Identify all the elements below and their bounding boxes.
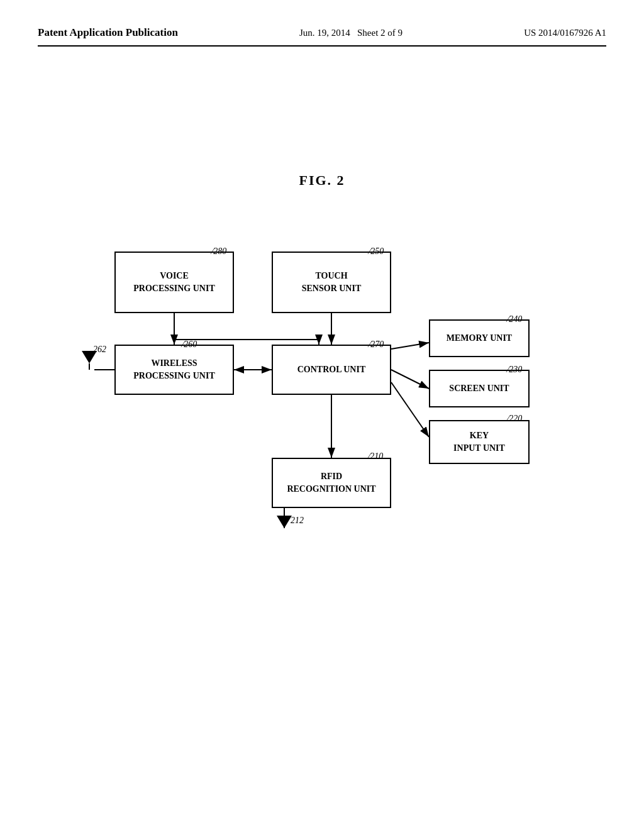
voice-processing-unit-box: VOICEPROCESSING UNIT [114,252,234,313]
wireless-processing-unit-label: WIRELESSPROCESSING UNIT [133,357,215,382]
patent-number: US 2014/0167926 A1 [524,25,606,40]
touch-sensor-unit-box: TOUCHSENSOR UNIT [272,252,391,313]
ref-230: ∕230 [508,365,522,375]
header-date: Jun. 19, 2014 [299,28,350,38]
ref-260: ∕260 [182,340,197,350]
voice-processing-unit-label: VOICEPROCESSING UNIT [133,270,215,294]
control-unit-label: CONTROL UNIT [297,363,366,376]
touch-sensor-unit-label: TOUCHSENSOR UNIT [302,270,362,294]
svg-line-6 [391,370,429,389]
rfid-recognition-unit-box: RFIDRECOGNITION UNIT [272,458,391,508]
wireless-processing-unit-box: WIRELESSPROCESSING UNIT [114,345,234,395]
memory-unit-label: MEMORY UNIT [447,332,512,345]
svg-line-5 [391,343,429,349]
ref-240: ∕240 [508,314,522,324]
header-sheet: Sheet 2 of 9 [357,28,402,38]
header-date-sheet: Jun. 19, 2014 Sheet 2 of 9 [299,25,402,40]
publication-label: Patent Application Publication [38,25,178,40]
key-input-unit-label: KEYINPUT UNIT [453,429,505,454]
rfid-recognition-unit-label: RFIDRECOGNITION UNIT [287,470,375,495]
screen-unit-box: SCREEN UNIT [429,370,530,407]
ref-270: ∕270 [369,340,384,350]
memory-unit-box: MEMORY UNIT [429,319,530,357]
control-unit-box: CONTROL UNIT [272,345,391,395]
antenna-212 [277,509,292,528]
svg-line-7 [391,382,429,437]
ref-280: ∕280 [212,246,226,257]
diagram: VOICEPROCESSING UNIT ∕280 TOUCHSENSOR UN… [77,226,567,578]
ref-250: ∕250 [369,246,384,257]
ref-210: ∕210 [369,451,383,462]
ref-212: 212 [291,516,304,526]
screen-unit-label: SCREEN UNIT [449,382,509,395]
ref-220: ∕220 [508,414,522,424]
page: Patent Application Publication Jun. 19, … [0,0,644,830]
ref-262: 262 [93,345,106,355]
page-header: Patent Application Publication Jun. 19, … [38,25,606,47]
key-input-unit-box: KEYINPUT UNIT [429,420,530,464]
figure-label: FIG. 2 [38,172,606,189]
